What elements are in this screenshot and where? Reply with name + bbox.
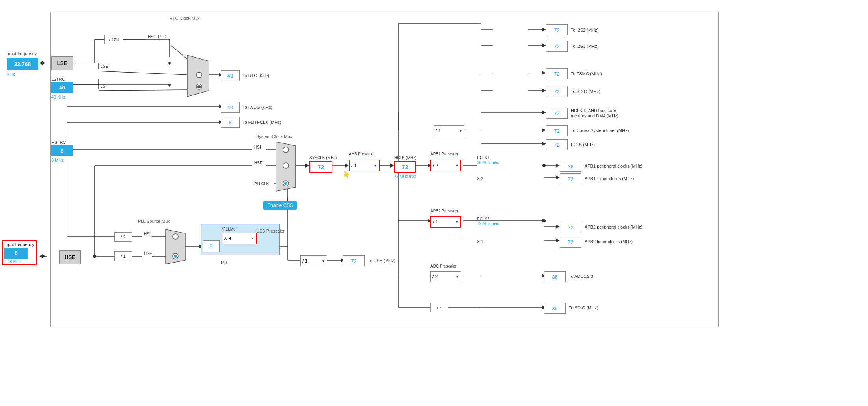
- svg-marker-125: [39, 254, 43, 258]
- fsmc-label: To FSMC (MHz): [571, 71, 602, 76]
- usb-prescaler-dropdown[interactable]: / 1 ▼: [300, 255, 327, 266]
- pclk2-label: PCLK2: [477, 217, 490, 221]
- enable-css-button[interactable]: Enable CSS: [263, 201, 297, 210]
- cortex-output-box: 72: [546, 125, 568, 136]
- usb-prescaler-label: USB Prescaler: [256, 229, 285, 233]
- lse-input-value[interactable]: 32.768: [7, 58, 38, 70]
- svg-text:PLLCLK: PLLCLK: [254, 182, 269, 186]
- svg-marker-52: [390, 164, 394, 168]
- apb1-timer-label: APB1 Timer clocks (MHz): [585, 176, 634, 181]
- ahb-prescaler-dropdown[interactable]: / 1 ▼: [349, 160, 380, 171]
- svg-marker-7: [542, 43, 546, 47]
- svg-marker-69: [556, 238, 560, 242]
- iwdg-unit-label: To IWDG (KHz): [242, 105, 272, 110]
- sdio-output-box: 36: [544, 303, 566, 314]
- svg-point-121: [174, 255, 177, 258]
- hsi-unit-label: 8 MHz: [51, 158, 64, 162]
- iwdg-output-box: 40: [221, 102, 240, 113]
- apb1-timer-box: 72: [560, 173, 581, 184]
- apb2-peripheral-box: 72: [560, 222, 581, 233]
- apb2-prescaler-dropdown[interactable]: / 1 ▼: [430, 216, 461, 228]
- svg-line-21: [170, 44, 187, 59]
- svg-point-118: [284, 182, 287, 185]
- svg-point-116: [283, 163, 289, 168]
- lse-box: LSE: [51, 56, 73, 70]
- hse-div128-box: / 128: [104, 35, 123, 44]
- svg-text:HSE: HSE: [254, 161, 263, 165]
- svg-line-29: [99, 90, 187, 91]
- hclk-label: HCLK (MHz): [394, 156, 417, 160]
- svg-marker-143: [345, 171, 349, 178]
- sdio-output-label: To SDIO (MHz): [569, 305, 598, 310]
- svg-marker-99: [542, 128, 546, 132]
- apb2-timer-box: 72: [560, 237, 581, 248]
- svg-marker-48: [305, 164, 309, 168]
- apb2-prescaler-label: APB2 Prescaler: [430, 209, 458, 213]
- pll-mul-label: *PLLMul: [222, 227, 237, 231]
- system-clock-mux-label: System Clock Mux: [256, 134, 292, 139]
- lsi-value-box[interactable]: 40: [51, 82, 73, 93]
- i2s2-label: To I2S2 (MHz): [571, 28, 598, 32]
- svg-text:LSE: LSE: [101, 64, 108, 69]
- hclk-max-label: 72 MHz max: [394, 174, 416, 179]
- cortex-div1-dropdown[interactable]: / 1 ▼: [434, 125, 464, 136]
- sdio-top-output-box: 72: [546, 86, 568, 97]
- sdio-div2-box: / 2: [430, 303, 448, 312]
- svg-point-119: [173, 234, 178, 239]
- svg-marker-122: [39, 61, 43, 65]
- svg-point-115: [283, 147, 289, 153]
- svg-point-137: [168, 84, 171, 86]
- pclk1-label: PCLK1: [477, 156, 490, 160]
- pclk2-max-label: 72 MHz max: [477, 222, 499, 226]
- sysclk-label: SYSCLK (MHz): [309, 156, 337, 160]
- apb1-prescaler-label: APB1 Prescaler: [430, 152, 458, 156]
- svg-point-114: [197, 85, 201, 88]
- svg-marker-50: [345, 164, 349, 168]
- pll-source-mux-label: PLL Source Mux: [138, 219, 170, 223]
- adc-output-box: 36: [544, 271, 566, 282]
- apb1-peripheral-label: APB1 peripheral clocks (MHz): [585, 164, 643, 168]
- sdio-top-label: To SDIO (MHz): [571, 89, 600, 94]
- svg-marker-101: [542, 142, 546, 146]
- i2s3-label: To I2S3 (MHz): [571, 44, 598, 48]
- flitfclk-output-box: 8: [221, 117, 240, 128]
- hclk-ahb-label: HCLK to AHB bus, core, memory and DMA (M…: [571, 108, 634, 119]
- adc-prescaler-dropdown[interactable]: / 2 ▼: [430, 271, 461, 282]
- adc-prescaler-label: ADC Prescaler: [430, 264, 456, 268]
- fclk-label: FCLK (MHz): [571, 142, 595, 147]
- svg-text:HSE: HSE: [144, 251, 152, 256]
- hse-div1-box: / 1: [114, 251, 132, 261]
- svg-point-136: [168, 62, 171, 64]
- cortex-label: To Cortex System timer (MHz): [571, 128, 629, 133]
- usb-output-label: To USB (MHz): [368, 258, 395, 263]
- apb2-timer-label: APB2 timer clocks (MHz): [585, 239, 633, 244]
- lse-unit-label: KHz: [7, 72, 15, 76]
- i2s3-output-box: 72: [546, 41, 568, 52]
- svg-marker-13: [542, 89, 546, 93]
- hse-unit-label: 4-16 MHz: [4, 259, 34, 264]
- svg-point-112: [196, 72, 202, 78]
- svg-marker-10: [542, 71, 546, 75]
- hsi-value-box[interactable]: 8: [51, 145, 73, 156]
- lse-input-freq-label: Input frequency: [7, 51, 37, 56]
- hse-input-value[interactable]: 8: [4, 248, 28, 259]
- apb1-x2-label: X 2: [477, 176, 484, 181]
- hclk-ahb-output-box: 72: [546, 108, 568, 119]
- hclk-value-box: 72: [394, 161, 416, 173]
- sysclk-value-box: 72: [309, 161, 332, 173]
- svg-marker-58: [556, 164, 560, 168]
- pll-mul-dropdown[interactable]: X 9 ▼: [222, 233, 257, 244]
- svg-text:HSI: HSI: [144, 232, 151, 236]
- hse-input-freq-box: Input frequency 8 4-16 MHz: [2, 240, 37, 265]
- svg-point-105: [93, 255, 96, 258]
- apb1-prescaler-dropdown[interactable]: / 2 ▼: [430, 160, 461, 171]
- apb1-peripheral-box: 36: [560, 161, 581, 172]
- cursor-arrow: [343, 169, 352, 180]
- pclk1-max-label: 36 MHz max: [477, 160, 499, 165]
- usb-output-box: 72: [343, 255, 365, 266]
- hse-box: HSE: [59, 250, 81, 264]
- hse-input-freq-label: Input frequency: [4, 242, 34, 247]
- svg-marker-67: [556, 225, 560, 229]
- svg-marker-4: [542, 28, 546, 32]
- pll-label: PLL: [221, 260, 229, 265]
